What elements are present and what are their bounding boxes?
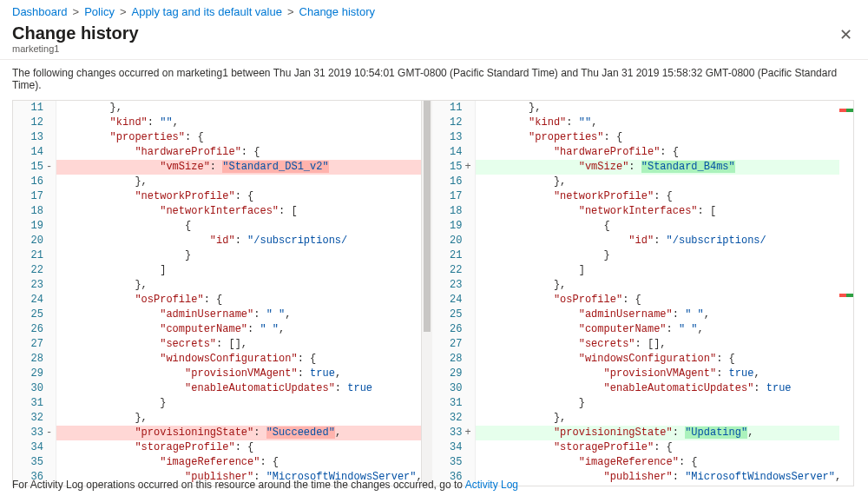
code-content: "networkProfile": { [476,189,840,204]
code-line[interactable]: 28 "windowsConfiguration": { [432,352,840,367]
code-line[interactable]: 31 } [432,396,840,411]
code-line[interactable]: 31 } [13,396,421,411]
code-content: ] [56,263,421,278]
code-line[interactable]: 14 "hardwareProfile": { [432,145,840,160]
code-content: "networkProfile": { [56,189,421,204]
code-line[interactable]: 18 "networkInterfaces": [ [432,204,840,219]
code-line[interactable]: 25 "adminUsername": " ", [432,308,840,322]
code-content: } [56,248,421,263]
scrollbar-thumb[interactable] [424,101,431,332]
code-line[interactable]: 19 { [432,219,840,234]
code-line[interactable]: 21 } [432,248,840,263]
code-line[interactable]: 32 }, [432,411,840,426]
code-line[interactable]: 35 "imageReference": { [432,455,840,470]
code-line[interactable]: 12 "kind": "", [432,116,840,130]
vertical-scrollbar-left[interactable] [422,101,432,486]
code-area-after[interactable]: 11 },12 "kind": "",13 "properties": {14 … [432,101,840,486]
code-line[interactable]: 15- "vmSize": "Standard_DS1_v2" [13,160,421,175]
code-line[interactable]: 26 "computerName": " ", [13,322,421,337]
breadcrumb-link-change-history[interactable]: Change history [299,5,375,18]
code-line[interactable]: 16 }, [13,175,421,189]
code-line[interactable]: 19 { [13,219,421,234]
code-line[interactable]: 30 "enableAutomaticUpdates": true [13,381,421,396]
breadcrumb-link-assignment[interactable]: Apply tag and its default value [131,5,281,18]
code-line[interactable]: 16 }, [432,175,840,189]
code-line[interactable]: 34 "storageProfile": { [432,440,840,455]
code-line[interactable]: 29 "provisionVMAgent": true, [13,367,421,381]
code-line[interactable]: 35 "imageReference": { [13,455,421,470]
line-number-gutter: 34 [13,440,56,455]
close-icon[interactable]: ✕ [836,23,856,46]
breadcrumb-separator: > [287,5,294,18]
line-number-gutter: 27 [13,337,56,352]
overview-mark-green[interactable] [846,294,853,297]
code-line[interactable]: 21 } [13,248,421,263]
diff-overview-ruler[interactable] [839,101,853,486]
code-content: "osProfile": { [56,293,421,308]
code-line[interactable]: 33+ "provisioningState": "Updating", [432,426,840,440]
code-content: "windowsConfiguration": { [56,352,421,367]
code-line[interactable]: 15+ "vmSize": "Standard_B4ms" [432,160,840,175]
code-line[interactable]: 14 "hardwareProfile": { [13,145,421,160]
line-number-gutter: 25 [13,308,56,322]
code-line[interactable]: 20 "id": "/subscriptions/ [432,234,840,248]
code-content: }, [56,278,421,293]
code-content: ] [476,263,840,278]
breadcrumb-link-dashboard[interactable]: Dashboard [12,5,68,18]
overview-mark-red[interactable] [839,109,846,112]
code-content: }, [56,175,421,189]
code-line[interactable]: 17 "networkProfile": { [432,189,840,204]
overview-mark-red[interactable] [839,294,846,297]
code-content: "properties": { [476,130,840,145]
code-line[interactable]: 32 }, [13,411,421,426]
code-line[interactable]: 13 "properties": { [432,130,840,145]
code-content: } [476,396,840,411]
code-line[interactable]: 12 "kind": "", [13,116,421,130]
code-line[interactable]: 28 "windowsConfiguration": { [13,352,421,367]
code-area-before[interactable]: 11 },12 "kind": "",13 "properties": {14 … [13,101,421,486]
code-line[interactable]: 24 "osProfile": { [13,293,421,308]
code-line[interactable]: 27 "secrets": [], [13,337,421,352]
code-line[interactable]: 27 "secrets": [], [432,337,840,352]
code-line[interactable]: 17 "networkProfile": { [13,189,421,204]
code-line[interactable]: 23 }, [432,278,840,293]
line-number-gutter: 14 [432,145,476,160]
breadcrumb-separator: > [120,5,127,18]
code-line[interactable]: 18 "networkInterfaces": [ [13,204,421,219]
diff-pane-after: 11 },12 "kind": "",13 "properties": {14 … [432,101,840,486]
breadcrumb-separator: > [73,5,80,18]
footer-note: For Activity Log operations occurred on … [12,479,518,491]
code-line[interactable]: 33- "provisioningState": "Succeeded", [13,426,421,440]
line-number-gutter: 27 [432,337,476,352]
code-content: "computerName": " ", [476,322,840,337]
code-line[interactable]: 25 "adminUsername": " ", [13,308,421,322]
code-line[interactable]: 20 "id": "/subscriptions/ [13,234,421,248]
code-line[interactable]: 30 "enableAutomaticUpdates": true [432,381,840,396]
line-number-gutter: 31 [432,396,476,411]
code-content: "provisioningState": "Updating", [476,426,840,440]
code-line[interactable]: 11 }, [13,101,421,116]
overview-mark-green[interactable] [846,109,853,112]
code-content: "imageReference": { [476,455,840,470]
code-line[interactable]: 26 "computerName": " ", [432,322,840,337]
code-line[interactable]: 22 ] [13,263,421,278]
line-number-gutter: 13 [13,130,56,145]
diff-pane-before: 11 },12 "kind": "",13 "properties": {14 … [13,101,422,486]
code-content: { [56,219,421,234]
code-content: "provisionVMAgent": true, [56,367,421,381]
line-number-gutter: 24 [432,293,476,308]
code-line[interactable]: 22 ] [432,263,840,278]
code-line[interactable]: 29 "provisionVMAgent": true, [432,367,840,381]
line-number-gutter: 25 [432,308,476,322]
line-number-gutter: 17 [13,189,56,204]
breadcrumb-link-policy[interactable]: Policy [84,5,115,18]
activity-log-link[interactable]: Activity Log [465,479,518,491]
code-line[interactable]: 13 "properties": { [13,130,421,145]
line-number-gutter: 28 [13,352,56,367]
code-line[interactable]: 23 }, [13,278,421,293]
code-line[interactable]: 34 "storageProfile": { [13,440,421,455]
line-number-gutter: 22 [432,263,476,278]
code-line[interactable]: 24 "osProfile": { [432,293,840,308]
code-line[interactable]: 11 }, [432,101,840,116]
code-content: "computerName": " ", [56,322,421,337]
